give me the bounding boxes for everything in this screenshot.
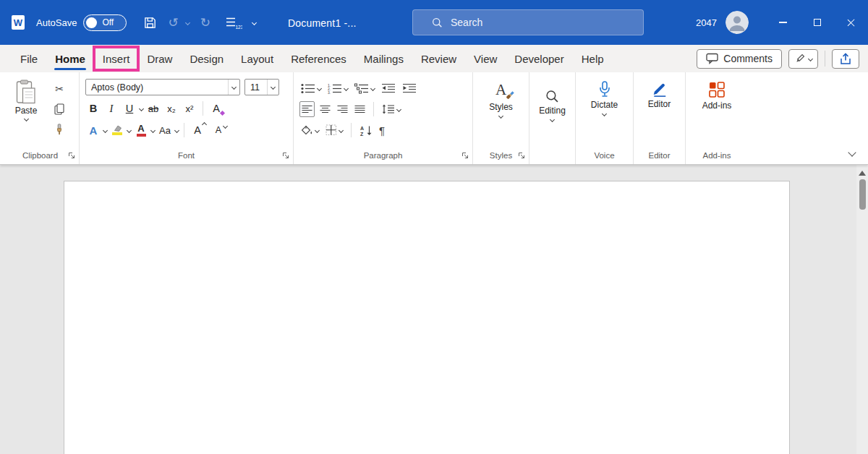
font-row-divider [203,101,203,116]
editing-group: Editing [529,72,576,164]
superscript-button[interactable]: x² [182,100,197,117]
share-button[interactable] [832,49,859,69]
subscript-button[interactable]: x₂ [163,100,179,117]
paste-button[interactable]: Paste [8,80,44,138]
styles-dialog-launcher[interactable] [518,152,526,160]
text-effects-button[interactable]: A [85,121,101,139]
numbering-button[interactable]: 1. 2. 3. [326,80,349,96]
scissors-icon: ✂ [55,83,64,95]
addins-button[interactable]: Add-ins [686,72,748,111]
svg-text:A: A [360,125,364,130]
scrollbar-thumb[interactable] [859,179,866,210]
borders-button[interactable] [324,122,344,138]
editing-button[interactable]: Editing [529,72,575,121]
font-color-button[interactable]: A [133,121,149,139]
quick-access-dropdown-icon[interactable] [252,20,257,25]
word-window: W AutoSave Off ↺ ↻ 123 Document1 -... [0,0,868,454]
paste-label: Paste [15,106,38,116]
dialog-launcher-icon [282,152,290,160]
minimize-button[interactable] [766,0,800,45]
bullets-button[interactable] [299,80,323,96]
font-color-dropdown-icon[interactable] [150,127,156,132]
italic-button[interactable]: I [103,100,119,117]
tab-design[interactable]: Design [181,45,232,72]
scroll-up-arrow-icon[interactable] [859,171,866,176]
tab-view[interactable]: View [465,45,506,72]
search-input[interactable]: Search [412,9,644,35]
collapse-ribbon-icon[interactable] [848,148,856,156]
font-dialog-launcher[interactable] [282,152,290,160]
account-avatar[interactable] [726,11,749,34]
autosave-label: AutoSave [36,17,77,28]
editing-dropdown-icon [550,117,555,122]
svg-text:123: 123 [235,25,242,30]
dictate-dropdown-icon [602,111,607,116]
font-size-combo[interactable]: 11 [244,79,279,95]
text-highlight-button[interactable] [109,121,125,139]
vertical-scrollbar[interactable] [856,165,868,454]
tab-help[interactable]: Help [573,45,613,72]
increase-indent-button[interactable] [401,80,418,96]
tab-file[interactable]: File [12,45,46,72]
font-group-label: Font [80,151,293,160]
clear-formatting-button[interactable]: A [208,100,224,117]
document-page[interactable] [64,181,790,454]
tab-review[interactable]: Review [412,45,465,72]
line-numbering-button[interactable]: 123 [222,13,246,32]
dictate-button[interactable]: Dictate [576,72,633,116]
tab-home[interactable]: Home [46,45,94,72]
font-name-combo[interactable]: Aptos (Body) [85,79,240,95]
paragraph-dialog-launcher[interactable] [461,152,469,160]
justify-button[interactable] [353,101,367,117]
styles-brush-icon [505,90,515,100]
line-spacing-button[interactable] [380,101,402,117]
underline-button[interactable]: U [122,100,137,117]
editing-mode-button[interactable] [788,49,818,69]
undo-button[interactable]: ↺ [164,14,182,32]
ribbon-tab-bar: File Home Insert Draw Design Layout Refe… [0,45,868,72]
tab-insert-label: Insert [103,53,130,65]
sort-button[interactable]: A Z [358,122,374,138]
decrease-indent-button[interactable] [380,80,397,96]
styles-button[interactable]: A Styles [473,72,529,118]
change-case-dropdown-icon[interactable] [174,127,179,132]
text-effects-dropdown-icon[interactable] [103,127,108,132]
tab-mailings[interactable]: Mailings [355,45,412,72]
show-hide-marks-button[interactable]: ¶ [378,122,386,138]
font-color-bar [137,134,146,137]
text-highlight-dropdown-icon[interactable] [127,127,132,132]
grow-font-button[interactable]: A [190,121,205,139]
word-app-icon[interactable]: W [10,14,26,31]
close-button[interactable] [834,0,868,45]
align-center-button[interactable] [318,101,332,117]
save-button[interactable] [140,13,161,33]
styles-dropdown-icon [498,113,503,119]
change-case-button[interactable]: Aa [157,121,173,139]
tab-draw[interactable]: Draw [138,45,181,72]
autosave-toggle[interactable]: Off [83,14,127,31]
maximize-button[interactable] [800,0,834,45]
bold-button[interactable]: B [85,100,101,117]
tab-developer[interactable]: Developer [506,45,572,72]
copy-button[interactable] [50,100,69,118]
tab-insert[interactable]: Insert [94,45,139,72]
format-painter-button[interactable] [50,121,69,138]
multilevel-list-button[interactable] [353,80,376,96]
align-left-button[interactable] [299,101,315,117]
align-right-button[interactable] [336,101,349,117]
clipboard-dialog-launcher[interactable] [68,152,76,160]
undo-dropdown-icon[interactable] [185,20,190,25]
title-bar: W AutoSave Off ↺ ↻ 123 Document1 -... [0,0,868,45]
underline-dropdown-icon[interactable] [139,106,144,111]
shading-button[interactable] [299,122,320,138]
comments-button[interactable]: Comments [697,49,782,69]
strikethrough-button[interactable]: ab [145,100,161,117]
cut-button[interactable]: ✂ [50,80,69,98]
editor-button[interactable]: Editor [634,72,685,109]
addins-group-label: Add-ins [686,151,748,160]
shrink-font-button[interactable]: A [210,121,226,139]
tab-references[interactable]: References [282,45,355,72]
tab-layout[interactable]: Layout [232,45,282,72]
paste-dropdown-icon [23,116,28,121]
redo-button[interactable]: ↻ [197,14,214,32]
